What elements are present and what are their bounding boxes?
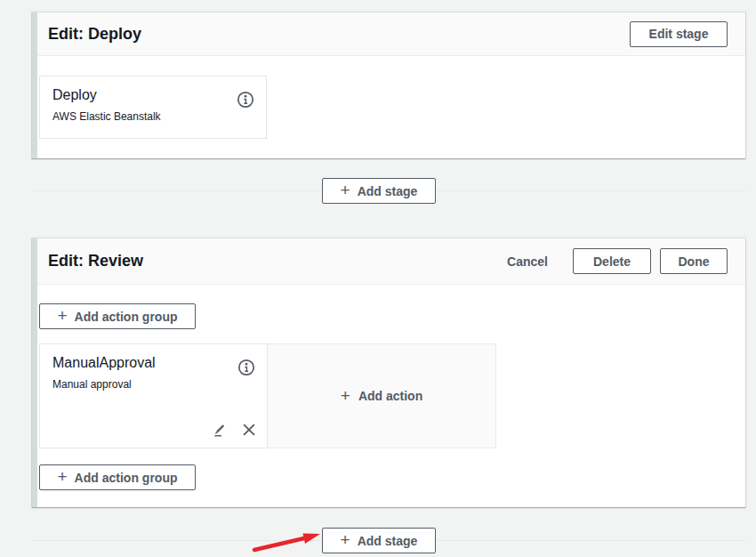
add-action-group-label: Add action group xyxy=(75,471,178,485)
info-icon[interactable] xyxy=(237,358,256,377)
plus-icon: + xyxy=(341,531,350,548)
stage-container-review: Edit: Review Cancel Delete Done + Add ac… xyxy=(32,238,745,507)
plus-icon: + xyxy=(341,182,350,198)
stage-title-deploy: Edit: Deploy xyxy=(48,25,141,44)
delete-action-close-icon[interactable] xyxy=(240,421,258,439)
action-card-manual-approval: ManualApproval Manual approval xyxy=(39,343,268,448)
add-action-group-button-top[interactable]: + Add action group xyxy=(39,303,196,329)
action-name: ManualApproval xyxy=(52,355,254,371)
add-action-label: Add action xyxy=(358,389,422,403)
add-action-button[interactable]: + Add action xyxy=(267,343,496,448)
done-button-label: Done xyxy=(679,254,710,269)
red-annotation-arrow xyxy=(245,527,329,555)
delete-button-label: Delete xyxy=(593,254,631,269)
action-provider: AWS Elastic Beanstalk xyxy=(52,110,253,123)
plus-icon: + xyxy=(341,387,350,404)
stage-header-review: Edit: Review Cancel Delete Done xyxy=(37,238,745,285)
plus-icon: + xyxy=(58,307,68,324)
stage-header-actions: Cancel Delete Done xyxy=(507,248,728,274)
plus-icon: + xyxy=(58,468,68,485)
stage-header-deploy: Edit: Deploy Edit stage xyxy=(37,12,745,56)
add-stage-button-top[interactable]: + Add stage xyxy=(322,178,436,204)
add-stage-button-label: Add stage xyxy=(358,184,418,198)
action-provider: Manual approval xyxy=(52,378,254,391)
delete-button[interactable]: Delete xyxy=(573,248,651,274)
stage-title-review: Edit: Review xyxy=(48,252,143,270)
action-name: Deploy xyxy=(52,87,253,103)
edit-stage-button[interactable]: Edit stage xyxy=(630,21,728,47)
stage-container-deploy: Edit: Deploy Edit stage Deploy AWS Elast… xyxy=(32,12,745,158)
action-card-deploy: Deploy AWS Elastic Beanstalk xyxy=(39,76,267,139)
add-stage-button-label: Add stage xyxy=(358,534,418,548)
cancel-button[interactable]: Cancel xyxy=(507,254,548,269)
edit-stage-button-label: Edit stage xyxy=(649,27,709,41)
add-stage-button-bottom[interactable]: + Add stage xyxy=(322,528,436,553)
add-action-group-label: Add action group xyxy=(75,310,178,324)
action-card-toolbar xyxy=(211,420,258,439)
info-icon[interactable] xyxy=(236,90,255,109)
edit-action-pencil-icon[interactable] xyxy=(211,420,229,439)
done-button[interactable]: Done xyxy=(660,248,728,274)
add-action-group-button-bottom[interactable]: + Add action group xyxy=(39,464,196,490)
